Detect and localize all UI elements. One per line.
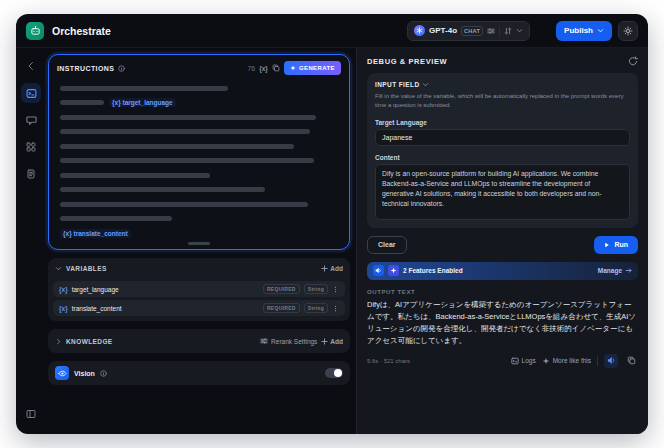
logs-button[interactable]: Logs <box>511 357 536 365</box>
refresh-icon <box>628 56 638 66</box>
variables-title: VARIABLES <box>66 265 107 272</box>
sidebar-item-logs[interactable] <box>21 137 41 157</box>
add-variable-button[interactable]: Add <box>321 265 343 272</box>
sparkle-icon <box>390 267 397 274</box>
publish-button[interactable]: Publish <box>556 21 612 41</box>
content-label: Content <box>375 154 630 161</box>
variable-name: translate_content <box>72 305 122 312</box>
plus-icon <box>321 265 328 272</box>
more-icon[interactable] <box>332 286 339 293</box>
more-icon[interactable] <box>332 305 339 312</box>
target-language-input[interactable]: Japanese <box>375 129 630 146</box>
prompt-line <box>60 114 338 120</box>
publish-label: Publish <box>564 26 593 35</box>
prompt-line <box>60 85 338 91</box>
speaker-icon <box>607 356 616 365</box>
copy-icon[interactable] <box>272 64 280 72</box>
back-icon[interactable] <box>21 56 41 76</box>
prompt-line <box>60 187 338 193</box>
rerank-settings-button[interactable]: Rerank Settings <box>260 337 317 345</box>
chevron-down-icon <box>516 27 523 34</box>
features-enabled-label: 2 Features Enabled <box>403 267 463 274</box>
variable-token: {x} translate_content <box>60 229 131 238</box>
app-window: Orchestrate GPT-4o CHAT <box>16 14 648 434</box>
logs-label: Logs <box>522 357 536 364</box>
chevron-right-icon <box>55 338 62 345</box>
variables-header[interactable]: VARIABLES Add <box>48 258 350 278</box>
manage-label: Manage <box>598 267 622 274</box>
prompt-line: {x} translate_content <box>60 230 338 236</box>
settings-sliders-icon <box>260 337 268 345</box>
variable-name: target_language <box>72 286 119 293</box>
debug-title: DEBUG & PREVIEW <box>367 57 447 66</box>
generate-label: GENERATE <box>299 65 335 71</box>
arrow-right-icon <box>625 267 632 274</box>
model-swap-icon[interactable] <box>504 27 512 35</box>
insert-variable-icon[interactable]: {x} <box>259 65 268 72</box>
knowledge-section: KNOWLEDGE Rerank Settings Add <box>48 329 350 353</box>
collapse-panel-icon[interactable] <box>21 404 41 424</box>
prompt-line <box>60 201 338 207</box>
knowledge-header[interactable]: KNOWLEDGE Rerank Settings Add <box>48 329 350 353</box>
orchestrate-panel: INSTRUCTIONS 76 {x} <box>46 48 356 434</box>
variable-token: {x} target_language <box>109 98 176 107</box>
settings-button[interactable] <box>618 21 638 41</box>
divider <box>597 356 598 366</box>
copy-output-button[interactable] <box>624 354 638 368</box>
model-params-icon[interactable] <box>487 27 495 35</box>
required-badge: REQUIRED <box>263 284 300 294</box>
type-badge: String <box>304 303 328 313</box>
feature-icon-2 <box>388 265 399 276</box>
input-field-header[interactable]: INPUT FIELD <box>375 81 630 88</box>
resize-handle[interactable] <box>188 242 210 245</box>
features-bar[interactable]: 2 Features Enabled Manage <box>367 262 638 280</box>
instructions-card: INSTRUCTIONS 76 {x} <box>48 54 350 250</box>
speaker-icon <box>375 267 382 274</box>
prompt-line: {x} target_language <box>60 100 338 106</box>
restart-button[interactable] <box>628 56 638 66</box>
sparkle-icon <box>290 65 296 71</box>
sidebar-item-docs[interactable] <box>21 164 41 184</box>
sidebar-item-orchestrate[interactable] <box>21 83 41 103</box>
run-button[interactable]: Run <box>594 236 638 254</box>
chevron-down-icon <box>422 81 429 88</box>
model-selector[interactable]: GPT-4o CHAT <box>407 21 530 41</box>
add-knowledge-button[interactable]: Add <box>321 338 343 345</box>
output-stats: 5.6s · 521 chars <box>367 358 410 364</box>
instructions-header: INSTRUCTIONS 76 {x} <box>49 55 349 79</box>
manage-features-button[interactable]: Manage <box>598 267 632 274</box>
variables-section: VARIABLES Add {x} target_language REQUIR… <box>48 258 350 321</box>
prompt-line <box>60 172 338 178</box>
run-controls: Clear Run <box>367 236 638 254</box>
prompt-line <box>60 129 338 135</box>
debug-header: DEBUG & PREVIEW <box>367 56 638 66</box>
text-to-speech-button[interactable] <box>604 354 618 368</box>
prompt-line <box>60 143 338 149</box>
more-like-this-button[interactable]: More like this <box>542 357 591 365</box>
app-header: Orchestrate GPT-4o CHAT <box>16 14 648 48</box>
document-icon <box>26 169 36 179</box>
variable-row[interactable]: {x} target_language REQUIRED String <box>53 281 345 297</box>
variable-row[interactable]: {x} translate_content REQUIRED String <box>53 300 345 316</box>
content-textarea[interactable]: Dify is an open-source platform for buil… <box>375 164 630 220</box>
vision-section: Vision <box>48 361 350 385</box>
copy-icon <box>627 356 636 365</box>
model-mode-badge: CHAT <box>461 26 483 36</box>
prompt-icon <box>26 88 37 99</box>
sidebar-item-chat[interactable] <box>21 110 41 130</box>
header-actions: Publish <box>556 21 638 41</box>
chevron-down-icon <box>55 265 62 272</box>
vision-toggle[interactable] <box>325 368 343 378</box>
input-field-card: INPUT FIELD Fill in the value of the var… <box>367 73 638 228</box>
clear-button[interactable]: Clear <box>367 236 407 254</box>
prompt-editor[interactable]: {x} target_language {x} translate_conten… <box>49 79 349 250</box>
type-badge: String <box>304 284 328 294</box>
app-logo-icon[interactable] <box>26 22 44 40</box>
generate-button[interactable]: GENERATE <box>284 61 341 75</box>
plus-icon <box>321 338 328 345</box>
model-provider-icon <box>414 25 425 36</box>
input-field-title: INPUT FIELD <box>375 81 419 88</box>
vision-title: Vision <box>74 370 95 377</box>
grid-icon <box>26 142 36 152</box>
add-label: Add <box>330 265 343 272</box>
